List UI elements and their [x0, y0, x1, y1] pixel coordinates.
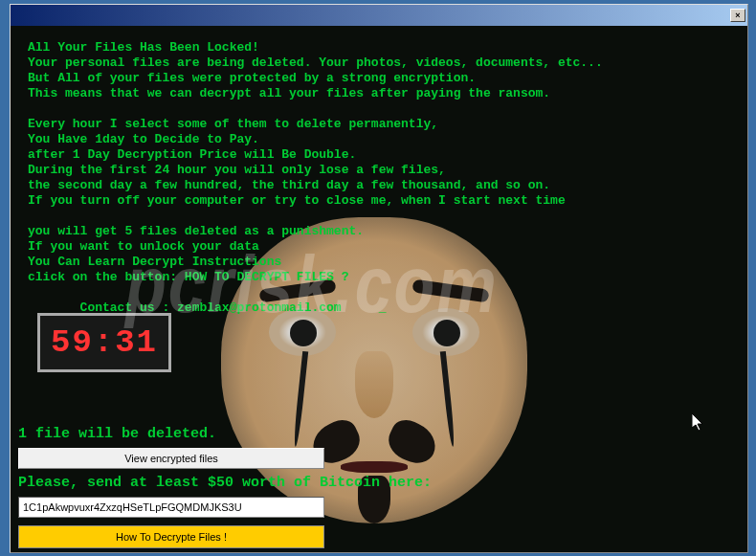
- delete-warning: 1 file will be deleted.: [18, 426, 745, 442]
- bitcoin-address-input[interactable]: [18, 497, 324, 518]
- timer-value: 59:31: [51, 324, 158, 361]
- close-button[interactable]: ×: [730, 9, 745, 22]
- content-area: All Your Files Has Been Locked! Your per…: [11, 26, 747, 552]
- countdown-timer: 59:31: [37, 313, 171, 372]
- how-to-decrypt-button[interactable]: How To Decrypte Files !: [18, 525, 324, 548]
- bitcoin-instruction: Please, send at least $50 worth of Bitco…: [18, 475, 745, 491]
- titlebar: ×: [11, 5, 747, 26]
- threat-message: All Your Files Has Been Locked! Your per…: [28, 40, 730, 316]
- ransomware-window: × All Your Files Has Been Locked! Your p…: [10, 4, 748, 553]
- view-encrypted-button[interactable]: View encrypted files: [18, 448, 324, 469]
- bottom-controls: 1 file will be deleted. View encrypted f…: [18, 426, 745, 548]
